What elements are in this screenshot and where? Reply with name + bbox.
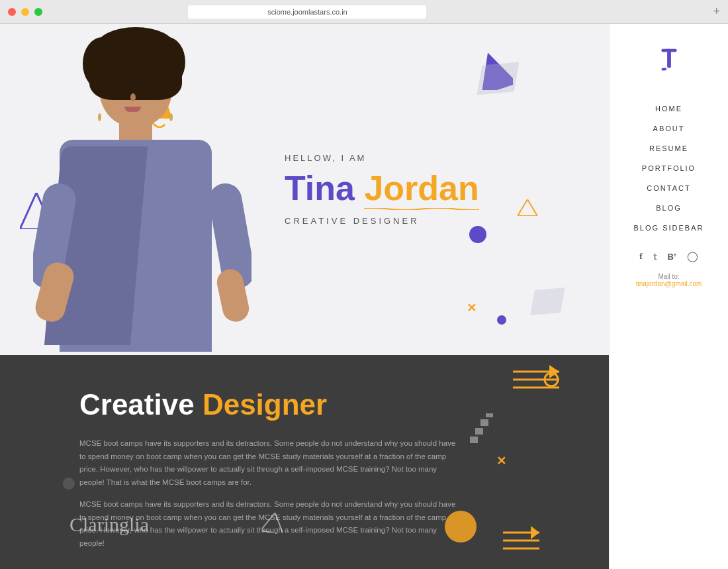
signature: Claringlia [69, 513, 149, 536]
triangle-outline-bottom [262, 513, 285, 533]
nav-blog-sidebar[interactable]: BLOG SIDEBAR [610, 219, 728, 237]
svg-marker-2 [518, 199, 537, 216]
decorative-x: ✕ [496, 454, 506, 468]
svg-rect-12 [486, 413, 493, 417]
first-name: Tina [285, 169, 355, 207]
facebook-icon[interactable]: f [639, 251, 642, 262]
nav-portfolio[interactable]: PORTFOLIO [610, 159, 728, 178]
logo-icon [653, 44, 686, 77]
svg-rect-10 [475, 428, 483, 435]
svg-rect-11 [480, 419, 488, 426]
orange-triangle-outline [518, 199, 537, 216]
address-bar[interactable]: sciome.joomlastars.co.in [188, 5, 426, 19]
sidebar: HOME ABOUT RESUME PORTFOLIO CONTACT BLOG… [609, 24, 728, 569]
about-section: ✕ Creative Designer MCSE boot camps have… [0, 355, 609, 569]
purple-circle-hero [469, 226, 486, 243]
about-small-circle [63, 478, 75, 490]
gray-parallelogram-1 [477, 62, 519, 95]
orange-circle-bottom [445, 511, 477, 543]
browser-maximize-dot[interactable] [34, 8, 42, 16]
svg-rect-19 [667, 49, 671, 68]
person-photo [33, 24, 251, 355]
dark-circle-hero [497, 315, 506, 325]
nav-home[interactable]: HOME [610, 99, 728, 118]
mail-address[interactable]: tinajordan@gmail.com [636, 280, 702, 287]
twitter-icon[interactable]: 𝕥 [653, 252, 657, 262]
browser-close-dot[interactable] [8, 8, 16, 16]
mail-label: Mail to: [658, 273, 679, 280]
about-title-part2: Designer [203, 388, 327, 421]
purple-triangle-top [475, 52, 513, 90]
job-title: CREATIVE DESIGNER [285, 216, 479, 226]
main-content: ✕ [0, 24, 609, 569]
svg-marker-1 [475, 52, 513, 90]
about-description-1: MCSE boot camps have its supporters and … [79, 437, 463, 489]
social-icons: f 𝕥 Be ◯ [639, 250, 698, 262]
last-name: Jordan [364, 169, 478, 207]
nav-resume[interactable]: RESUME [610, 139, 728, 158]
orange-arrows-shape [513, 365, 559, 401]
svg-marker-17 [531, 526, 539, 539]
new-tab-button[interactable]: + [713, 5, 720, 19]
nav-blog[interactable]: BLOG [610, 199, 728, 217]
github-icon[interactable]: ◯ [687, 250, 698, 262]
hero-section: ✕ [0, 24, 609, 355]
about-title-part1: Creative [79, 388, 195, 421]
mail-section: Mail to: tinajordan@gmail.com [636, 273, 702, 287]
greeting-text: HELLOW, I AM [285, 153, 479, 163]
about-title: Creative Designer [79, 388, 569, 421]
svg-rect-9 [470, 437, 478, 443]
gray-parallelogram-2 [530, 287, 565, 315]
behance-icon[interactable]: Be [668, 252, 676, 262]
stairs-shape [470, 413, 493, 443]
nav-contact[interactable]: CONTACT [610, 179, 728, 197]
striped-shape-bottom [503, 526, 543, 559]
hero-text-block: HELLOW, I AM Tina Jordan CREATIVE DESIGN… [285, 153, 479, 226]
svg-marker-13 [262, 513, 285, 533]
browser-minimize-dot[interactable] [21, 8, 29, 16]
browser-chrome: sciome.joomlastars.co.in + [0, 0, 728, 24]
svg-rect-20 [661, 68, 666, 71]
nav-menu: HOME ABOUT RESUME PORTFOLIO CONTACT BLOG… [610, 99, 728, 237]
page-wrapper: ✕ [0, 24, 728, 569]
name-display: Tina Jordan [285, 168, 479, 208]
orange-cross-shape: ✕ [467, 301, 477, 315]
logo [653, 44, 686, 79]
nav-about[interactable]: ABOUT [610, 119, 728, 138]
